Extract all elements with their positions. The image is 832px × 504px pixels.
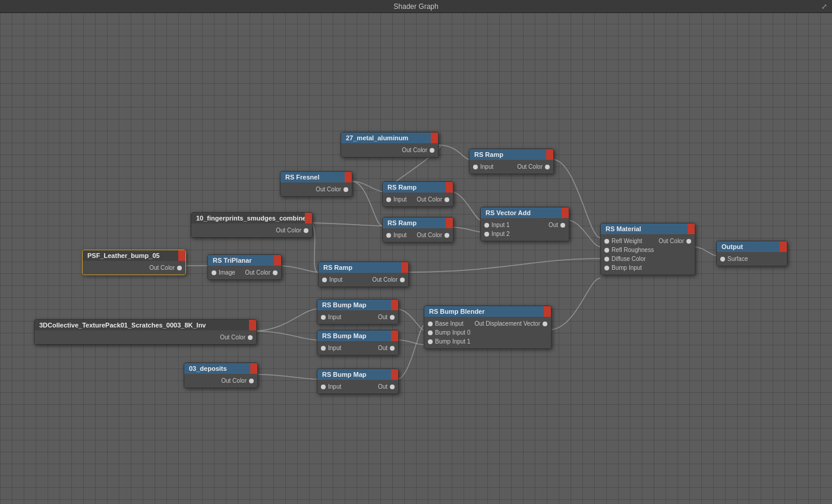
port-out-color[interactable] <box>248 335 253 340</box>
node-title: 27_metal_aluminum <box>346 134 408 141</box>
port-diffuse-color[interactable] <box>604 257 609 262</box>
node-deposits[interactable]: 03_deposits Out Color <box>184 363 258 388</box>
node-title: RS Bump Map <box>322 301 367 308</box>
port-refl-roughness[interactable] <box>604 248 609 253</box>
node-27-metal-aluminum[interactable]: 27_metal_aluminum Out Color <box>341 132 439 158</box>
port-out-color[interactable] <box>430 148 434 153</box>
node-header: RS Fresnel <box>281 172 352 182</box>
port-out-color[interactable] <box>249 379 254 383</box>
node-header: RS TriPlanar <box>208 255 281 266</box>
port-input[interactable] <box>473 165 478 169</box>
title-text: Shader Graph <box>393 2 438 11</box>
node-rs-triplanar[interactable]: RS TriPlanar Image Out Color <box>207 254 282 280</box>
node-header: RS Bump Map <box>317 369 398 380</box>
port-refl-weight[interactable] <box>604 239 609 244</box>
node-title: Output <box>721 243 743 250</box>
node-rs-bump-map-3[interactable]: RS Bump Map Input Out <box>317 368 399 394</box>
port-out[interactable] <box>390 346 395 351</box>
node-header: 10_fingerprints_smudges_combined <box>191 213 312 223</box>
port-out[interactable] <box>390 385 395 389</box>
node-header: RS Ramp <box>319 262 408 273</box>
port-out-color[interactable] <box>545 165 550 169</box>
node-header: 3DCollective_TexturePack01_Scratches_000… <box>34 320 256 330</box>
node-header: PSF_Leather_bump_05 <box>83 250 185 261</box>
node-header: RS Material <box>601 223 695 234</box>
node-title: PSF_Leather_bump_05 <box>87 252 160 259</box>
node-output[interactable]: Output Surface <box>716 241 787 266</box>
port-out-color[interactable] <box>445 233 449 238</box>
node-title: RS Fresnel <box>285 174 319 181</box>
port-out-color[interactable] <box>304 228 308 233</box>
port-out-color[interactable] <box>445 197 449 202</box>
node-header: 27_metal_aluminum <box>341 133 438 143</box>
node-psf-leather[interactable]: PSF_Leather_bump_05 Out Color <box>82 250 186 275</box>
port-out-color[interactable] <box>177 266 182 270</box>
node-rs-bump-map-2[interactable]: RS Bump Map Input Out <box>317 330 399 355</box>
port-out[interactable] <box>560 223 565 228</box>
node-fingerprints[interactable]: 10_fingerprints_smudges_combined Out Col… <box>191 212 313 238</box>
port-image[interactable] <box>212 270 216 275</box>
node-title: RS Bump Map <box>322 371 367 378</box>
node-header: RS Ramp <box>383 218 453 228</box>
node-title: RS TriPlanar <box>213 257 251 264</box>
node-scratches-3d[interactable]: 3DCollective_TexturePack01_Scratches_000… <box>34 319 257 345</box>
node-rs-vector-add[interactable]: RS Vector Add Input 1 Out Input 2 <box>480 207 569 241</box>
window-icons: ⤢ <box>821 2 827 11</box>
node-title: RS Bump Blender <box>429 308 485 315</box>
port-out-color[interactable] <box>273 270 278 275</box>
node-header: RS Bump Map <box>317 300 398 310</box>
port-input[interactable] <box>386 233 391 238</box>
node-title: 3DCollective_TexturePack01_Scratches_000… <box>39 322 206 329</box>
port-surface[interactable] <box>720 257 725 262</box>
port-bump-input-1[interactable] <box>428 339 433 344</box>
node-header: 03_deposits <box>184 363 257 374</box>
node-header: RS Vector Add <box>481 207 569 218</box>
node-title: RS Material <box>606 225 641 232</box>
shader-graph-canvas[interactable]: Shader Graph ⤢ <box>0 0 832 504</box>
titlebar: Shader Graph ⤢ <box>0 0 832 13</box>
port-input[interactable] <box>386 197 391 202</box>
node-rs-ramp-1[interactable]: RS Ramp Input Out Color <box>382 181 453 207</box>
node-header: RS Ramp <box>469 149 553 160</box>
node-header: RS Bump Blender <box>424 306 551 317</box>
node-title: RS Ramp <box>474 151 503 158</box>
port-input[interactable] <box>322 278 327 282</box>
node-title: 10_fingerprints_smudges_combined <box>196 215 310 222</box>
port-input[interactable] <box>321 385 326 389</box>
node-rs-ramp-top[interactable]: RS Ramp Input Out Color <box>469 149 554 174</box>
node-title: RS Vector Add <box>486 209 531 216</box>
node-header: RS Ramp <box>383 182 453 193</box>
node-header: Output <box>717 241 787 252</box>
node-title: RS Ramp <box>387 219 417 226</box>
port-out[interactable] <box>390 315 395 320</box>
node-rs-bump-map-1[interactable]: RS Bump Map Input Out <box>317 299 399 325</box>
node-header: RS Bump Map <box>317 330 398 341</box>
node-rs-ramp-3[interactable]: RS Ramp Input Out Color <box>318 262 409 287</box>
port-input1[interactable] <box>484 223 489 228</box>
port-bump-input-0[interactable] <box>428 330 433 335</box>
port-input[interactable] <box>321 346 326 351</box>
port-out-color[interactable] <box>343 187 348 192</box>
node-rs-fresnel[interactable]: RS Fresnel Out Color <box>280 171 352 197</box>
node-title: RS Ramp <box>387 184 417 191</box>
node-title: RS Ramp <box>323 264 352 271</box>
port-out-color[interactable] <box>400 278 405 282</box>
port-base-input[interactable] <box>428 322 433 326</box>
port-input2[interactable] <box>484 232 489 237</box>
node-title: 03_deposits <box>189 365 227 372</box>
node-rs-ramp-2[interactable]: RS Ramp Input Out Color <box>382 217 453 242</box>
port-input[interactable] <box>321 315 326 320</box>
node-rs-material[interactable]: RS Material Refl Weight Out Color Refl R… <box>600 223 695 275</box>
node-title: RS Bump Map <box>322 332 367 339</box>
port-bump-input[interactable] <box>604 266 609 270</box>
port-out-displacement[interactable] <box>543 322 547 326</box>
node-rs-bump-blender[interactable]: RS Bump Blender Base Input Out Displacem… <box>424 305 551 349</box>
port-out-color[interactable] <box>686 239 691 244</box>
